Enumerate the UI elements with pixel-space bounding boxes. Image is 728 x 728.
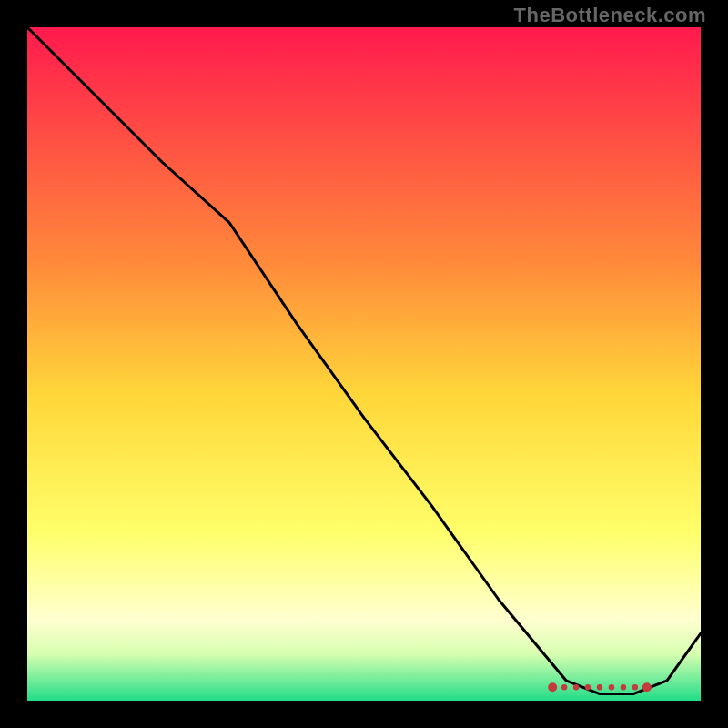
- flat-marker-dot: [621, 684, 626, 690]
- flat-marker-dot: [548, 682, 557, 692]
- flat-marker-dot: [632, 684, 638, 690]
- plot-area: [27, 27, 701, 701]
- flat-marker-dot: [561, 684, 567, 690]
- chart-svg: [27, 27, 701, 701]
- chart-frame: TheBottleneck.com: [0, 0, 728, 728]
- flat-marker-dot: [585, 684, 591, 690]
- flat-marker-dot: [609, 684, 614, 690]
- flat-marker-dot: [573, 684, 579, 690]
- flat-marker-dot: [597, 684, 602, 690]
- watermark-text: TheBottleneck.com: [514, 4, 706, 27]
- flat-marker-dot: [642, 682, 652, 692]
